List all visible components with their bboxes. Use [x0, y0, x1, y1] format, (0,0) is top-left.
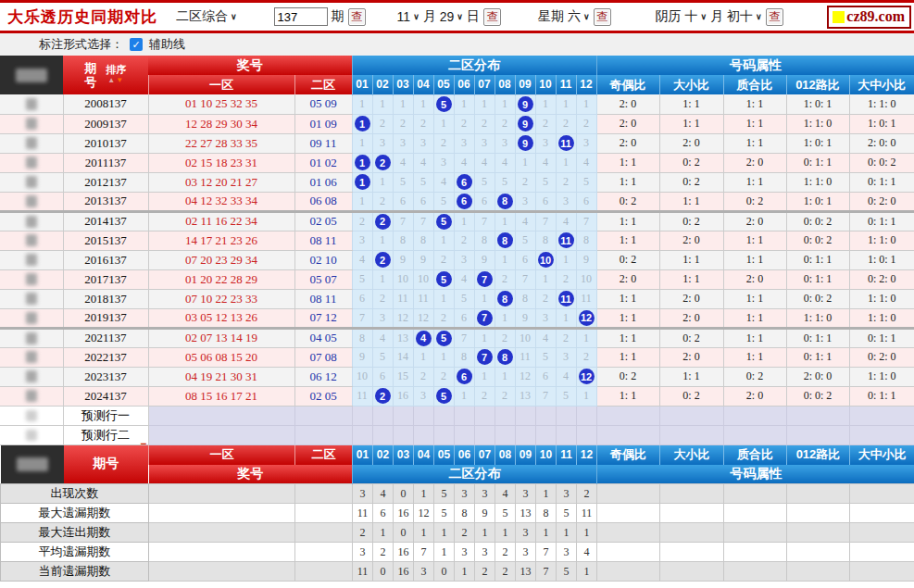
- prediction-attr-cell[interactable]: [659, 425, 723, 444]
- prediction-dist-cell[interactable]: [474, 425, 495, 444]
- attr-cell: 1: 1: [723, 114, 786, 133]
- front-zone-numbers: 01 10 25 32 35: [148, 94, 294, 114]
- sort-asc-icon[interactable]: ▲: [107, 76, 116, 84]
- weekday-query-button[interactable]: 查: [594, 8, 611, 26]
- attr-cell: 0: 2: [596, 192, 659, 211]
- prediction-dist-cell[interactable]: [535, 425, 556, 444]
- front-zone-numbers: 07 20 23 29 34: [148, 250, 294, 269]
- prediction-dist-cell[interactable]: [433, 425, 454, 444]
- site-logo[interactable]: cz89.com: [827, 6, 911, 29]
- dist-cell: 4: [576, 153, 596, 172]
- prediction-dist-cell[interactable]: [413, 406, 433, 425]
- prediction-dist-cell[interactable]: [413, 425, 433, 444]
- dist-cell: 1: [352, 114, 372, 133]
- prediction-back-cell[interactable]: [294, 406, 352, 425]
- prediction-label-cell[interactable]: 预测行二▼: [63, 425, 148, 444]
- prediction-dist-cell[interactable]: [515, 406, 535, 425]
- prediction-dist-cell[interactable]: [454, 406, 474, 425]
- prediction-dist-cell[interactable]: [372, 406, 393, 425]
- dist-cell: 1: [535, 94, 556, 114]
- period-header-label: 期号: [84, 61, 96, 89]
- prediction-attr-cell[interactable]: [786, 425, 849, 444]
- dist-cell: 3: [413, 386, 433, 406]
- attr-cell: 1: 0: 1: [786, 94, 849, 114]
- prediction-attr-cell[interactable]: [849, 425, 914, 444]
- table-row: 202213705 06 08 15 2007 0895141187811532…: [0, 347, 914, 367]
- sort-control[interactable]: 排序▲▼: [106, 64, 126, 86]
- attr-column-header: 大小比: [659, 75, 723, 94]
- prediction-attr-cell[interactable]: [659, 406, 723, 425]
- dist-cell: 4: [454, 153, 474, 172]
- column-group-dist: 二区分布: [352, 56, 596, 75]
- prediction-dist-cell[interactable]: [433, 406, 454, 425]
- weekday-select[interactable]: 六∨: [568, 8, 590, 25]
- dist-cell: 1: [495, 94, 515, 114]
- attr-cell: 1: 1: [723, 289, 786, 308]
- prediction-dist-cell[interactable]: [495, 425, 515, 444]
- prediction-attr-cell[interactable]: [596, 425, 659, 444]
- prediction-dist-cell[interactable]: [495, 406, 515, 425]
- chevron-down-icon: ∨: [231, 12, 237, 21]
- dist-cell: 7: [393, 211, 413, 231]
- dist-cell: 12: [393, 308, 413, 328]
- attr-cell: 1: 1: [659, 192, 723, 211]
- issue-input[interactable]: [274, 7, 328, 26]
- attr-cell: 1: 1: 0: [786, 308, 849, 328]
- prediction-dist-cell[interactable]: [556, 406, 576, 425]
- issue-query-button[interactable]: 查: [348, 8, 366, 26]
- lunar-query-button[interactable]: 查: [766, 8, 783, 26]
- dist-cell: 3: [495, 133, 515, 153]
- prediction-dist-cell[interactable]: [576, 406, 596, 425]
- date-query-button[interactable]: 查: [483, 8, 501, 26]
- sort-desc-icon[interactable]: ▼: [116, 76, 124, 84]
- prediction-front-cell[interactable]: [148, 425, 294, 444]
- prediction-dist-cell[interactable]: [556, 425, 576, 444]
- prediction-back-cell[interactable]: [294, 425, 352, 444]
- dist-cell: 2: [433, 133, 454, 153]
- lunar-month-select[interactable]: 十∨: [685, 8, 707, 25]
- prediction-attr-cell[interactable]: [786, 406, 849, 425]
- prediction-dist-cell[interactable]: [515, 425, 535, 444]
- back-zone-numbers: 02 10: [294, 250, 352, 269]
- table-row: 201713701 20 22 28 2905 0751101054727121…: [0, 269, 914, 289]
- attr-cell: 1: 1: [596, 386, 659, 406]
- prediction-dist-cell[interactable]: [454, 425, 474, 444]
- prediction-dist-cell[interactable]: [535, 406, 556, 425]
- dist-cell: 2: [352, 211, 372, 231]
- prediction-dist-cell[interactable]: [372, 425, 393, 444]
- prediction-dist-cell[interactable]: [393, 425, 413, 444]
- prediction-dist-cell[interactable]: [352, 406, 372, 425]
- attr-cell: 1: 0: 1: [849, 250, 914, 269]
- month-select[interactable]: 11∨: [397, 9, 419, 24]
- dist-cell: 4: [433, 172, 454, 192]
- day-select[interactable]: 29∨: [440, 9, 463, 24]
- prediction-front-cell[interactable]: [148, 406, 294, 425]
- column-group-dist: 二区分布: [353, 465, 597, 484]
- attr-cell: 1: 1: [659, 269, 723, 289]
- prediction-attr-cell[interactable]: [849, 406, 914, 425]
- dist-cell: 3: [515, 192, 535, 211]
- attr-cell: 1: 1: 0: [849, 289, 914, 308]
- auxline-checkbox[interactable]: ✓: [130, 38, 143, 51]
- period-cell: 2012137: [63, 172, 148, 192]
- prediction-dist-cell[interactable]: [576, 425, 596, 444]
- prediction-attr-cell[interactable]: [596, 406, 659, 425]
- zone-type-select[interactable]: 二区综合 ∨: [176, 8, 237, 25]
- prediction-attr-cell[interactable]: [723, 425, 786, 444]
- prediction-dist-cell[interactable]: [393, 406, 413, 425]
- period-cell: 2016137: [63, 250, 148, 269]
- prediction-dist-cell[interactable]: [352, 425, 372, 444]
- prediction-attr-cell[interactable]: [723, 406, 786, 425]
- dist-cell: 6: [576, 192, 596, 211]
- lunar-day-select[interactable]: 初十∨: [727, 8, 762, 25]
- dist-cell: 1: [413, 347, 433, 367]
- attr-cell: 0: 1: 1: [849, 172, 914, 192]
- summary-empty-zone2: [295, 562, 353, 582]
- sort-position-arrow-icon: ▼: [139, 440, 148, 445]
- prediction-dist-cell[interactable]: [474, 406, 495, 425]
- dist-cell: 5: [535, 347, 556, 367]
- dist-cell: 12: [576, 308, 596, 328]
- dist-cell: 5: [556, 386, 576, 406]
- summary-value-cell: 5: [434, 484, 455, 504]
- prediction-label-cell[interactable]: 预测行一: [63, 406, 148, 425]
